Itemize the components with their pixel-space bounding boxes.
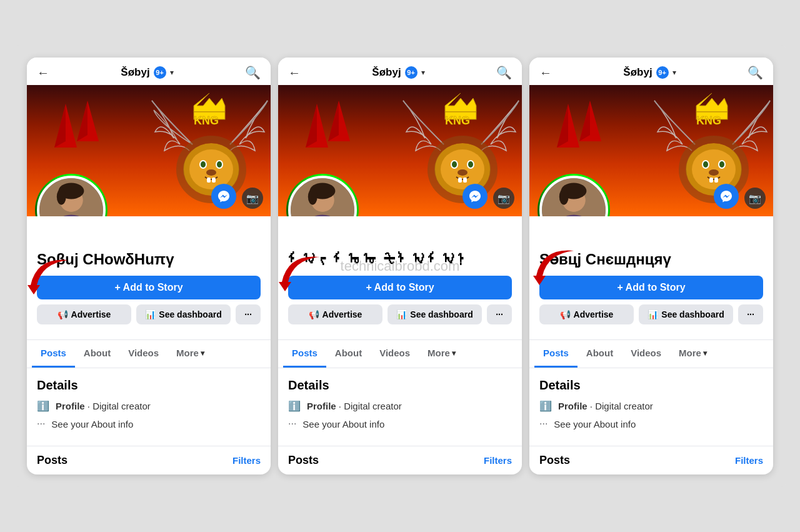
detail-about-1[interactable]: ··· See your About info (37, 418, 261, 429)
profile-info-1: Soβuj CHowδHuπγ + Add to Story 📢 Adverti… (27, 216, 271, 334)
detail-about-3[interactable]: ··· See your About info (539, 418, 763, 429)
add-story-button-1[interactable]: + Add to Story (37, 276, 261, 299)
svg-point-22 (57, 189, 66, 205)
see-dashboard-button-3[interactable]: 📊 See dashboard (639, 304, 733, 324)
svg-point-59 (719, 161, 724, 168)
cover-photo-1: KNG (27, 85, 271, 216)
info-icon-2: ℹ️ (288, 400, 301, 412)
advertise-button-2[interactable]: 📢 Advertise (288, 304, 382, 324)
tab-about-3[interactable]: About (578, 340, 622, 368)
profile-pic-wrap-2: 🛡 📷 (288, 176, 357, 216)
top-bar-center-2: Šøbyj 9+ ▾ (372, 66, 424, 79)
back-icon-3[interactable]: ← (539, 66, 552, 80)
svg-text:KNG: KNG (194, 114, 219, 127)
cover-photo-2: KNG 📷 (278, 85, 522, 216)
tab-more-1[interactable]: More ▾ (168, 340, 213, 368)
svg-marker-1 (54, 104, 66, 148)
profile-pic-wrap-3: 🛡 📷 (539, 176, 608, 216)
posts-section-3: Posts Filters (529, 446, 773, 474)
cover-camera-1[interactable]: 📷 (242, 188, 263, 209)
top-bar-center-3: Šøbyj 9+ ▾ (623, 66, 676, 79)
svg-marker-3 (77, 101, 88, 141)
search-icon-2[interactable]: 🔍 (496, 65, 512, 80)
svg-point-13 (217, 161, 222, 168)
devil-horn-left-2 (304, 104, 329, 150)
profile-pic-container-1: 🛡 📷 (37, 176, 106, 216)
see-about-label-3: See your About info (554, 419, 636, 429)
app-title-2: Šøbyj (372, 66, 401, 79)
messenger-button-3[interactable] (714, 184, 739, 209)
svg-marker-49 (579, 101, 590, 141)
tab-about-2[interactable]: About (326, 340, 371, 368)
chevron-down-icon-3[interactable]: ▾ (672, 68, 676, 77)
see-about-label-1: See your About info (51, 419, 133, 429)
svg-text:KNG: KNG (445, 114, 470, 127)
dots-icon-1: ··· (37, 418, 45, 429)
profile-type-label-3: Profile · Digital creator (558, 401, 653, 411)
tab-more-2[interactable]: More ▾ (419, 340, 464, 368)
profile-info-3: Səвцj Снєшднцяγ + Add to Story 📢 Adverti… (529, 216, 773, 334)
back-icon-1[interactable]: ← (37, 66, 49, 80)
top-bar-2: ← Šøbyj 9+ ▾ 🔍 (278, 58, 522, 85)
cover-camera-2[interactable]: 📷 (493, 188, 514, 209)
tab-posts-1[interactable]: Posts (32, 340, 75, 368)
detail-about-2[interactable]: ··· See your About info (288, 418, 512, 429)
filters-link-3[interactable]: Filters (735, 455, 763, 466)
more-dots-button-2[interactable]: ··· (487, 304, 512, 324)
dashboard-label-3: See dashboard (661, 309, 724, 319)
posts-title-2: Posts (288, 454, 319, 467)
devil-horn-left-3 (556, 104, 581, 150)
screenshot-container: technicalbrobd.com ← Šøbyj 9+ ▾ 🔍 (14, 45, 786, 487)
profile-pic-1 (37, 176, 106, 216)
add-story-section-3: + Add to Story (539, 276, 763, 299)
tab-videos-1[interactable]: Videos (119, 340, 168, 368)
back-icon-2[interactable]: ← (288, 66, 301, 80)
advertise-button-3[interactable]: 📢 Advertise (539, 304, 634, 324)
tab-videos-2[interactable]: Videos (371, 340, 419, 368)
more-dots-button-1[interactable]: ··· (236, 304, 261, 324)
phone-card-3: ← Šøbyj 9+ ▾ 🔍 (529, 58, 773, 474)
advertise-label-2: Advertise (322, 309, 362, 319)
svg-point-34 (452, 161, 457, 168)
filters-link-2[interactable]: Filters (484, 455, 512, 466)
svg-rect-38 (458, 178, 462, 183)
add-story-section-2: + Add to Story (288, 276, 512, 299)
notification-badge-2: 9+ (405, 66, 418, 79)
add-story-button-3[interactable]: + Add to Story (539, 276, 763, 299)
search-icon-3[interactable]: 🔍 (748, 65, 763, 80)
tab-posts-2[interactable]: Posts (283, 340, 326, 368)
posts-section-1: Posts Filters (27, 446, 271, 474)
action-row-3: 📢 Advertise 📊 See dashboard ··· (539, 304, 763, 324)
nav-tabs-3: Posts About Videos More ▾ (529, 339, 773, 368)
app-title-3: Šøbyj (623, 66, 652, 79)
see-dashboard-button-2[interactable]: 📊 See dashboard (388, 304, 482, 324)
add-story-button-2[interactable]: + Add to Story (288, 276, 512, 299)
cover-photo-3: KNG 📷 (529, 85, 773, 216)
dashboard-icon-2: 📊 (396, 309, 407, 319)
svg-point-37 (458, 169, 468, 176)
nav-tabs-1: Posts About Videos More ▾ (27, 339, 271, 368)
info-icon-3: ℹ️ (539, 400, 552, 412)
advertise-button-1[interactable]: 📢 Advertise (37, 304, 131, 324)
messenger-button-1[interactable] (211, 184, 236, 209)
tab-posts-3[interactable]: Posts (534, 340, 578, 368)
more-dots-button-3[interactable]: ··· (738, 304, 763, 324)
tab-videos-3[interactable]: Videos (622, 340, 670, 368)
tab-about-1[interactable]: About (75, 340, 119, 368)
chevron-down-icon-2[interactable]: ▾ (421, 68, 425, 77)
devil-horn-right-3 (579, 101, 601, 144)
profile-type-label-1: Profile · Digital creator (56, 401, 151, 411)
chevron-down-icon-1[interactable]: ▾ (170, 68, 174, 77)
messenger-button-2[interactable] (462, 184, 488, 209)
filters-link-1[interactable]: Filters (232, 455, 261, 466)
profile-pic-2 (288, 176, 357, 216)
top-bar-1: ← Šøbyj 9+ ▾ 🔍 (27, 58, 271, 85)
search-icon-1[interactable]: 🔍 (245, 65, 261, 80)
cover-camera-3[interactable]: 📷 (744, 188, 766, 209)
more-chevron-1: ▾ (201, 349, 204, 358)
dots-icon-3: ··· (539, 418, 548, 429)
see-dashboard-button-1[interactable]: 📊 See dashboard (136, 304, 231, 324)
detail-profile-2: ℹ️ Profile · Digital creator (288, 400, 512, 412)
tab-more-3[interactable]: More ▾ (670, 340, 716, 368)
phone-card-2: ← Šøbyj 9+ ▾ 🔍 (278, 58, 522, 474)
